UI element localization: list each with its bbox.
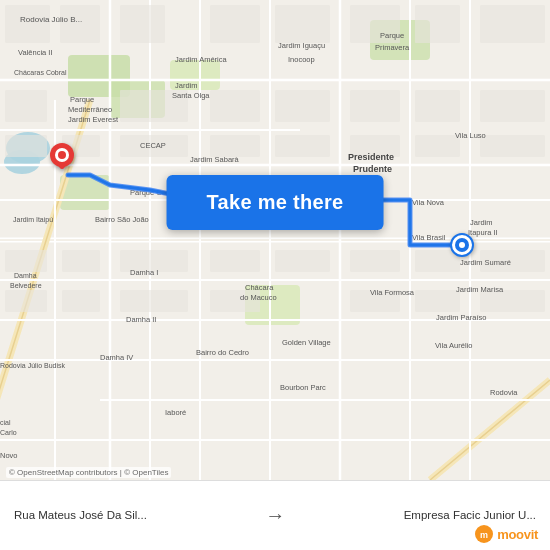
svg-rect-65 <box>120 290 188 312</box>
svg-text:Parque: Parque <box>380 31 404 40</box>
svg-rect-60 <box>350 250 400 272</box>
svg-text:Jardim Marisa: Jardim Marisa <box>456 285 504 294</box>
svg-rect-32 <box>5 5 50 43</box>
map-svg: Rodovia Júlio B... Valência II Chácaras … <box>0 0 550 480</box>
svg-text:Presidente: Presidente <box>348 152 394 162</box>
bottom-bar: Rua Mateus José Da Sil... → Empresa Faci… <box>0 480 550 550</box>
svg-rect-53 <box>415 135 460 157</box>
svg-text:Damha IV: Damha IV <box>100 353 133 362</box>
svg-text:Vila Luso: Vila Luso <box>455 131 486 140</box>
moovit-text: moovit <box>497 527 538 542</box>
svg-text:Iaboré: Iaboré <box>165 408 186 417</box>
svg-text:Santa Olga: Santa Olga <box>172 91 210 100</box>
svg-rect-68 <box>415 290 460 312</box>
svg-text:Jardim Everest: Jardim Everest <box>68 115 119 124</box>
svg-text:Damha II: Damha II <box>126 315 156 324</box>
destination-label: Empresa Facic Junior U... <box>404 508 536 523</box>
svg-text:cial: cial <box>0 419 11 426</box>
svg-rect-38 <box>415 5 460 43</box>
svg-rect-58 <box>210 250 260 272</box>
svg-text:Damha I: Damha I <box>130 268 158 277</box>
svg-text:Itapura II: Itapura II <box>468 228 498 237</box>
svg-text:Vila Aurélio: Vila Aurélio <box>435 341 472 350</box>
svg-text:Bairro do Cedro: Bairro do Cedro <box>196 348 249 357</box>
svg-text:Belvedere: Belvedere <box>10 282 42 289</box>
svg-rect-63 <box>5 290 47 312</box>
svg-text:Inocoop: Inocoop <box>288 55 315 64</box>
svg-text:Rodovia Júlio Budisk: Rodovia Júlio Budisk <box>0 362 65 369</box>
svg-rect-40 <box>5 90 47 122</box>
svg-text:Vila Brasil: Vila Brasil <box>412 233 446 242</box>
svg-rect-55 <box>5 250 47 272</box>
map-container: Rodovia Júlio B... Valência II Chácaras … <box>0 0 550 480</box>
svg-rect-46 <box>480 90 545 122</box>
svg-text:Novo: Novo <box>0 451 18 460</box>
svg-text:Vila Nova: Vila Nova <box>412 198 445 207</box>
svg-rect-43 <box>275 90 330 122</box>
svg-text:Bairro São João: Bairro São João <box>95 215 149 224</box>
svg-text:Vila Formosa: Vila Formosa <box>370 288 415 297</box>
osm-attribution: © OpenStreetMap contributors | © OpenTil… <box>6 467 171 478</box>
svg-text:Jardim: Jardim <box>470 218 493 227</box>
origin-label: Rua Mateus José Da Sil... <box>14 508 147 523</box>
route-button-overlay: Take me there <box>167 175 384 230</box>
route-arrow-icon: → <box>265 504 285 527</box>
svg-rect-36 <box>275 5 330 43</box>
svg-text:m: m <box>480 530 488 540</box>
moovit-icon: m <box>474 524 494 544</box>
svg-text:Jardim Sabarà: Jardim Sabarà <box>190 155 240 164</box>
svg-rect-39 <box>480 5 545 43</box>
svg-text:Valência II: Valência II <box>18 48 52 57</box>
svg-rect-44 <box>350 90 400 122</box>
svg-text:Primavera: Primavera <box>375 43 410 52</box>
svg-rect-56 <box>62 250 100 272</box>
svg-text:Chácara: Chácara <box>245 283 274 292</box>
svg-text:Jardim: Jardim <box>175 81 198 90</box>
svg-text:Mediterrâneo: Mediterrâneo <box>68 105 112 114</box>
svg-point-121 <box>459 242 465 248</box>
svg-text:Rodovia Júlio B...: Rodovia Júlio B... <box>20 15 82 24</box>
svg-rect-33 <box>60 5 100 43</box>
svg-rect-61 <box>415 250 460 272</box>
take-me-there-button[interactable]: Take me there <box>167 175 384 230</box>
svg-text:Carlo: Carlo <box>0 429 17 436</box>
svg-text:Chácaras Cobral: Chácaras Cobral <box>14 69 67 76</box>
svg-rect-51 <box>275 135 330 157</box>
svg-rect-50 <box>210 135 260 157</box>
svg-text:Parque: Parque <box>70 95 94 104</box>
svg-point-118 <box>58 151 66 159</box>
svg-text:Jardim Itaipú: Jardim Itaipú <box>13 216 53 224</box>
svg-text:Damha: Damha <box>14 272 37 279</box>
moovit-logo: m moovit <box>474 524 538 544</box>
svg-text:Rodovia: Rodovia <box>490 388 518 397</box>
svg-rect-47 <box>5 135 47 157</box>
svg-text:Jardim América: Jardim América <box>175 55 228 64</box>
svg-rect-54 <box>480 135 545 157</box>
svg-text:Prudente: Prudente <box>353 164 392 174</box>
svg-text:do Macuco: do Macuco <box>240 293 277 302</box>
svg-text:Jardim Iguaçu: Jardim Iguaçu <box>278 41 325 50</box>
svg-text:Bourbon Parc: Bourbon Parc <box>280 383 326 392</box>
svg-rect-45 <box>415 90 460 122</box>
svg-rect-35 <box>210 5 260 43</box>
svg-rect-34 <box>120 5 165 43</box>
svg-rect-42 <box>210 90 260 122</box>
svg-rect-59 <box>275 250 330 272</box>
svg-text:Jardim Sumaré: Jardim Sumaré <box>460 258 511 267</box>
svg-text:Jardim Paraíso: Jardim Paraíso <box>436 313 486 322</box>
svg-text:Golden Village: Golden Village <box>282 338 331 347</box>
svg-text:CECAP: CECAP <box>140 141 166 150</box>
app-container: Rodovia Júlio B... Valência II Chácaras … <box>0 0 550 550</box>
svg-rect-64 <box>62 290 100 312</box>
